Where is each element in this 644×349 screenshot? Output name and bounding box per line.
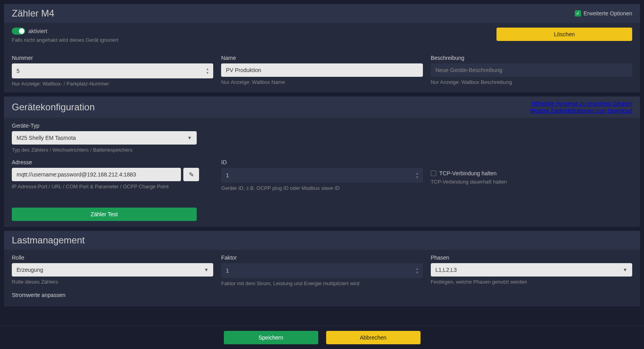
tcp-keep-help: TCP-Verbindung dauerhaft halten (431, 179, 632, 185)
save-button[interactable]: Speichern (224, 331, 318, 342)
tcp-keep-checkbox[interactable]: TCP-Verbindung halten (431, 170, 632, 176)
checkbox-icon (431, 171, 436, 176)
role-select[interactable]: Erzeugung ▼ (12, 263, 213, 277)
chevron-down-icon: ▼ (187, 135, 192, 141)
download-link[interactable]: Weitere Zählerdefinitionen zum Download (530, 108, 632, 114)
enabled-toggle[interactable] (12, 28, 25, 35)
cancel-button[interactable]: Abbrechen (326, 331, 421, 342)
hints-link[interactable]: Hilfreiche Hinweise zu einzelnen Geräten (531, 100, 632, 107)
phases-label: Phasen (431, 254, 632, 261)
name-help: Nur Anzeige: Wallbox Name (221, 79, 423, 85)
spinner-icon: ▴▾ (416, 267, 418, 275)
device-type-label: Geräte-Typ (12, 123, 197, 129)
id-input[interactable]: 1 ▴▾ (221, 168, 423, 183)
number-help: Nur Anzeige: Wallbox- / Parkplatz-Nummer (12, 81, 213, 87)
id-help: Geräte ID, z.B. OCPP plug ID oder Modbus… (221, 185, 423, 191)
load-management-panel: Lastmanagement Rolle Erzeugung ▼ Rolle d… (4, 231, 640, 306)
adjust-current-label: Stromwerte anpassen (12, 292, 632, 298)
description-help: Nur Anzeige: Wallbox Beschreibung (431, 79, 632, 85)
device-config-panel: Gerätekonfiguration Hilfreiche Hinweise … (4, 97, 640, 227)
name-input[interactable] (221, 63, 423, 77)
spinner-icon: ▴▾ (416, 171, 418, 179)
number-label: Nummer (12, 55, 213, 61)
meter-panel-header: Zähler M4 ✓ Erweiterte Optionen (4, 4, 640, 23)
pencil-icon: ✎ (189, 171, 194, 178)
device-type-help: Typ des Zählers / Wechselrichters / Batt… (12, 147, 197, 153)
number-input[interactable]: 5 ▴▾ (12, 63, 213, 78)
device-type-select[interactable]: M25 Shelly EM Tasmota ▼ (12, 131, 197, 145)
enabled-label: aktiviert (28, 28, 47, 34)
chevron-down-icon: ▼ (204, 267, 209, 273)
advanced-options-toggle[interactable]: ✓ Erweiterte Optionen (575, 10, 632, 17)
check-icon: ✓ (575, 10, 581, 17)
edit-address-button[interactable]: ✎ (183, 168, 199, 181)
id-label: ID (221, 159, 423, 165)
description-label: Beschreibung (431, 55, 632, 61)
meter-test-button[interactable]: Zähler Test (12, 208, 197, 221)
device-config-header: Gerätekonfiguration Hilfreiche Hinweise … (4, 97, 640, 118)
role-label: Rolle (12, 254, 213, 261)
load-management-title: Lastmanagement (12, 235, 85, 246)
device-config-title: Gerätekonfiguration (12, 102, 95, 113)
address-help: IP Adresse:Port / URL / COM Port & Param… (12, 184, 213, 189)
chevron-down-icon: ▼ (623, 267, 627, 273)
factor-help: Faktor mit dem Strom, Leistung und Energ… (221, 280, 423, 286)
role-help: Rolle dieses Zählers (12, 279, 213, 285)
footer-bar: Speichern Abbrechen (0, 326, 644, 342)
factor-input[interactable]: 1 ▴▾ (221, 263, 423, 278)
phases-select[interactable]: L1,L2,L3 ▼ (431, 263, 632, 277)
factor-label: Faktor (221, 254, 423, 261)
page-title: Zähler M4 (12, 8, 54, 19)
load-management-header: Lastmanagement (4, 231, 640, 250)
address-label: Adresse (12, 159, 213, 165)
spinner-icon: ▴▾ (207, 67, 209, 75)
enabled-help: Falls nicht angehakt wird dieses Gerät i… (12, 37, 118, 43)
description-input[interactable] (431, 63, 632, 77)
delete-button[interactable]: Löschen (496, 28, 632, 41)
phases-help: Festlegen, welche Phasen genutzt werden (431, 279, 632, 285)
address-input[interactable] (12, 168, 181, 181)
advanced-options-label: Erweiterte Optionen (583, 10, 632, 17)
meter-panel: Zähler M4 ✓ Erweiterte Optionen aktivier… (4, 4, 640, 93)
tcp-keep-label: TCP-Verbindung halten (439, 170, 497, 176)
name-label: Name (221, 55, 423, 61)
